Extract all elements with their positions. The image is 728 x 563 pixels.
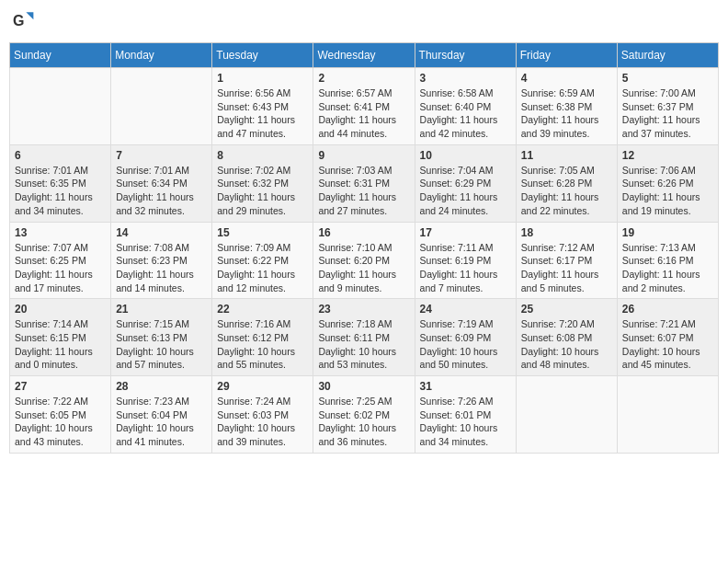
calendar-table: SundayMondayTuesdayWednesdayThursdayFrid…	[9, 42, 719, 454]
calendar-cell: 26Sunrise: 7:21 AMSunset: 6:07 PMDayligh…	[617, 299, 718, 376]
calendar-cell: 24Sunrise: 7:19 AMSunset: 6:09 PMDayligh…	[415, 299, 516, 376]
calendar-cell: 1Sunrise: 6:56 AMSunset: 6:43 PMDaylight…	[212, 68, 313, 145]
day-number: 19	[622, 226, 713, 239]
calendar-cell: 15Sunrise: 7:09 AMSunset: 6:22 PMDayligh…	[212, 222, 313, 299]
calendar-cell: 16Sunrise: 7:10 AMSunset: 6:20 PMDayligh…	[313, 222, 415, 299]
calendar-cell: 28Sunrise: 7:23 AMSunset: 6:04 PMDayligh…	[111, 376, 212, 454]
day-number: 12	[622, 149, 713, 162]
day-number: 16	[318, 226, 409, 239]
calendar-cell	[617, 376, 718, 454]
week-row-3: 20Sunrise: 7:14 AMSunset: 6:15 PMDayligh…	[10, 299, 719, 376]
logo: G	[13, 9, 37, 35]
day-number: 23	[318, 303, 409, 316]
calendar-cell: 25Sunrise: 7:20 AMSunset: 6:08 PMDayligh…	[516, 299, 617, 376]
day-info: Sunrise: 7:08 AMSunset: 6:23 PMDaylight:…	[116, 241, 207, 295]
day-info: Sunrise: 7:07 AMSunset: 6:25 PMDaylight:…	[15, 241, 106, 295]
calendar-cell	[10, 68, 111, 145]
day-number: 18	[521, 226, 612, 239]
calendar-header: SundayMondayTuesdayWednesdayThursdayFrid…	[10, 43, 719, 68]
calendar-body: 1Sunrise: 6:56 AMSunset: 6:43 PMDaylight…	[10, 68, 719, 454]
day-number: 30	[318, 380, 409, 393]
day-info: Sunrise: 7:09 AMSunset: 6:22 PMDaylight:…	[217, 241, 308, 295]
day-info: Sunrise: 7:01 AMSunset: 6:35 PMDaylight:…	[15, 164, 106, 218]
day-number: 20	[15, 303, 106, 316]
day-number: 22	[217, 303, 308, 316]
calendar-cell: 29Sunrise: 7:24 AMSunset: 6:03 PMDayligh…	[212, 376, 313, 454]
day-number: 5	[622, 72, 713, 85]
day-info: Sunrise: 7:01 AMSunset: 6:34 PMDaylight:…	[116, 164, 207, 218]
day-number: 15	[217, 226, 308, 239]
day-info: Sunrise: 7:12 AMSunset: 6:17 PMDaylight:…	[521, 241, 612, 295]
calendar-cell	[516, 376, 617, 454]
calendar-cell: 14Sunrise: 7:08 AMSunset: 6:23 PMDayligh…	[111, 222, 212, 299]
calendar-cell: 10Sunrise: 7:04 AMSunset: 6:29 PMDayligh…	[415, 144, 516, 222]
week-row-4: 27Sunrise: 7:22 AMSunset: 6:05 PMDayligh…	[10, 376, 719, 454]
calendar-cell: 30Sunrise: 7:25 AMSunset: 6:02 PMDayligh…	[313, 376, 415, 454]
day-number: 9	[318, 149, 409, 162]
calendar-cell: 31Sunrise: 7:26 AMSunset: 6:01 PMDayligh…	[415, 376, 516, 454]
page-header: G	[9, 9, 719, 35]
header-row: SundayMondayTuesdayWednesdayThursdayFrid…	[10, 43, 719, 68]
day-info: Sunrise: 7:21 AMSunset: 6:07 PMDaylight:…	[622, 317, 713, 372]
header-day-friday: Friday	[516, 43, 617, 68]
calendar-cell: 20Sunrise: 7:14 AMSunset: 6:15 PMDayligh…	[10, 299, 111, 376]
day-number: 10	[420, 149, 511, 162]
calendar-cell: 4Sunrise: 6:59 AMSunset: 6:38 PMDaylight…	[516, 68, 617, 145]
day-info: Sunrise: 7:05 AMSunset: 6:28 PMDaylight:…	[521, 164, 612, 218]
calendar-cell: 18Sunrise: 7:12 AMSunset: 6:17 PMDayligh…	[516, 222, 617, 299]
calendar-cell: 17Sunrise: 7:11 AMSunset: 6:19 PMDayligh…	[415, 222, 516, 299]
day-number: 8	[217, 149, 308, 162]
day-number: 25	[521, 303, 612, 316]
day-info: Sunrise: 7:22 AMSunset: 6:05 PMDaylight:…	[15, 395, 106, 449]
day-number: 14	[116, 226, 207, 239]
day-info: Sunrise: 6:59 AMSunset: 6:38 PMDaylight:…	[521, 86, 612, 141]
day-info: Sunrise: 7:04 AMSunset: 6:29 PMDaylight:…	[420, 164, 511, 218]
day-info: Sunrise: 7:00 AMSunset: 6:37 PMDaylight:…	[622, 86, 713, 141]
calendar-cell: 9Sunrise: 7:03 AMSunset: 6:31 PMDaylight…	[313, 144, 415, 222]
week-row-1: 6Sunrise: 7:01 AMSunset: 6:35 PMDaylight…	[10, 144, 719, 222]
header-day-saturday: Saturday	[617, 43, 718, 68]
day-info: Sunrise: 7:20 AMSunset: 6:08 PMDaylight:…	[521, 317, 612, 372]
day-info: Sunrise: 7:02 AMSunset: 6:32 PMDaylight:…	[217, 164, 308, 218]
day-number: 28	[116, 380, 207, 393]
calendar-cell: 5Sunrise: 7:00 AMSunset: 6:37 PMDaylight…	[617, 68, 718, 145]
calendar-cell: 2Sunrise: 6:57 AMSunset: 6:41 PMDaylight…	[313, 68, 415, 145]
day-number: 27	[15, 380, 106, 393]
day-number: 2	[318, 72, 409, 85]
header-day-thursday: Thursday	[415, 43, 516, 68]
header-day-wednesday: Wednesday	[313, 43, 415, 68]
day-number: 29	[217, 380, 308, 393]
day-info: Sunrise: 7:26 AMSunset: 6:01 PMDaylight:…	[420, 395, 511, 449]
calendar-cell: 8Sunrise: 7:02 AMSunset: 6:32 PMDaylight…	[212, 144, 313, 222]
svg-marker-1	[26, 12, 33, 19]
day-number: 21	[116, 303, 207, 316]
day-number: 13	[15, 226, 106, 239]
calendar-cell	[111, 68, 212, 145]
svg-text:G: G	[13, 13, 24, 29]
day-number: 11	[521, 149, 612, 162]
week-row-0: 1Sunrise: 6:56 AMSunset: 6:43 PMDaylight…	[10, 68, 719, 145]
header-day-sunday: Sunday	[10, 43, 111, 68]
day-info: Sunrise: 7:16 AMSunset: 6:12 PMDaylight:…	[217, 317, 308, 372]
day-info: Sunrise: 6:57 AMSunset: 6:41 PMDaylight:…	[318, 86, 409, 141]
day-info: Sunrise: 7:11 AMSunset: 6:19 PMDaylight:…	[420, 241, 511, 295]
day-number: 24	[420, 303, 511, 316]
day-info: Sunrise: 7:24 AMSunset: 6:03 PMDaylight:…	[217, 395, 308, 449]
calendar-cell: 23Sunrise: 7:18 AMSunset: 6:11 PMDayligh…	[313, 299, 415, 376]
day-info: Sunrise: 6:56 AMSunset: 6:43 PMDaylight:…	[217, 86, 308, 141]
calendar-cell: 21Sunrise: 7:15 AMSunset: 6:13 PMDayligh…	[111, 299, 212, 376]
day-info: Sunrise: 7:03 AMSunset: 6:31 PMDaylight:…	[318, 164, 409, 218]
day-info: Sunrise: 7:15 AMSunset: 6:13 PMDaylight:…	[116, 317, 207, 372]
day-number: 1	[217, 72, 308, 85]
day-info: Sunrise: 7:19 AMSunset: 6:09 PMDaylight:…	[420, 317, 511, 372]
day-number: 7	[116, 149, 207, 162]
week-row-2: 13Sunrise: 7:07 AMSunset: 6:25 PMDayligh…	[10, 222, 719, 299]
day-number: 4	[521, 72, 612, 85]
logo-graphic: G	[13, 9, 35, 35]
calendar-cell: 6Sunrise: 7:01 AMSunset: 6:35 PMDaylight…	[10, 144, 111, 222]
day-info: Sunrise: 6:58 AMSunset: 6:40 PMDaylight:…	[420, 86, 511, 141]
calendar-cell: 22Sunrise: 7:16 AMSunset: 6:12 PMDayligh…	[212, 299, 313, 376]
day-number: 31	[420, 380, 511, 393]
day-info: Sunrise: 7:06 AMSunset: 6:26 PMDaylight:…	[622, 164, 713, 218]
day-info: Sunrise: 7:13 AMSunset: 6:16 PMDaylight:…	[622, 241, 713, 295]
